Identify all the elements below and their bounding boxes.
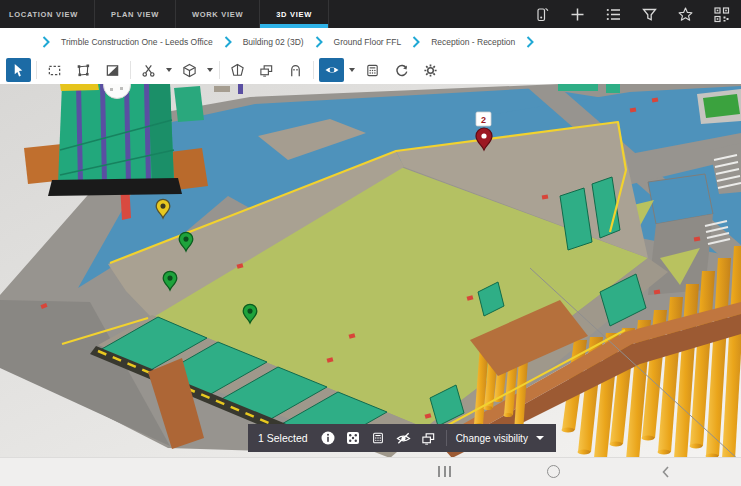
breadcrumb: Trimble Construction One - Leeds Office …: [0, 28, 741, 57]
chevron-right-icon: [315, 36, 323, 48]
tab-label: WORK VIEW: [192, 10, 243, 19]
viewer-toolbar: [0, 56, 741, 85]
section-cut-button[interactable]: [136, 58, 161, 82]
tab-3d-view[interactable]: 3D VIEW: [260, 0, 329, 28]
solid-mode-button[interactable]: [225, 58, 250, 82]
filter-icon[interactable]: [631, 0, 667, 28]
chevron-right-icon: [412, 36, 420, 48]
screens-icon[interactable]: [419, 424, 438, 452]
toolbar-divider: [313, 61, 314, 79]
tab-label: LOCATION VIEW: [9, 10, 78, 19]
tab-label: 3D VIEW: [276, 10, 312, 19]
tab-label: PLAN VIEW: [111, 10, 159, 19]
calculator-icon[interactable]: [369, 424, 388, 452]
chevron-right-icon: [42, 36, 50, 48]
visibility-dropdown-caret[interactable]: [349, 68, 355, 72]
marquee-select-button[interactable]: [42, 58, 67, 82]
favorite-star-icon[interactable]: [667, 0, 703, 28]
settings-gear-button[interactable]: [418, 58, 443, 82]
breadcrumb-item-floor[interactable]: Ground Floor FFL: [334, 37, 402, 47]
breadcrumb-item-project[interactable]: Trimble Construction One - Leeds Office: [61, 37, 213, 47]
toolbar-divider: [130, 61, 131, 79]
selection-bar: 1 Selected Change visibility: [248, 424, 556, 452]
pin-badge-count: 2: [481, 115, 486, 125]
tab-location-view[interactable]: LOCATION VIEW: [0, 0, 95, 28]
back-icon[interactable]: [659, 465, 673, 479]
recents-icon[interactable]: [438, 466, 451, 477]
toolbar-divider: [36, 61, 37, 79]
breadcrumb-item-building[interactable]: Building 02 (3D): [243, 37, 304, 47]
section-cut-dropdown-caret[interactable]: [166, 68, 172, 72]
toolbar-divider: [219, 61, 220, 79]
select-cursor-button[interactable]: [6, 58, 31, 82]
visibility-eye-button[interactable]: [319, 58, 344, 82]
hide-eye-icon[interactable]: [394, 424, 413, 452]
header-actions: [523, 0, 741, 28]
ghost-mode-button[interactable]: [283, 58, 308, 82]
screens-button[interactable]: [254, 58, 279, 82]
chevron-right-icon: [224, 36, 232, 48]
tab-work-view[interactable]: WORK VIEW: [176, 0, 260, 28]
selection-bar-divider: [446, 430, 447, 446]
refresh-button[interactable]: [389, 58, 414, 82]
top-tab-bar: LOCATION VIEW PLAN VIEW WORK VIEW 3D VIE…: [0, 0, 741, 28]
os-navigation-bar: [0, 457, 741, 486]
invert-selection-button[interactable]: [100, 58, 125, 82]
calculator-button[interactable]: [360, 58, 385, 82]
app-window: LOCATION VIEW PLAN VIEW WORK VIEW 3D VIE…: [0, 0, 741, 486]
change-visibility-caret[interactable]: [536, 436, 544, 440]
tab-plan-view[interactable]: PLAN VIEW: [95, 0, 176, 28]
change-visibility-button[interactable]: Change visibility: [456, 433, 528, 444]
fit-view-icon[interactable]: [344, 424, 363, 452]
3d-viewport[interactable]: 2: [0, 84, 741, 458]
selection-count: 1 Selected: [258, 432, 308, 444]
list-icon[interactable]: [595, 0, 631, 28]
polygon-select-button[interactable]: [71, 58, 96, 82]
view-cube-dropdown-caret[interactable]: [207, 68, 213, 72]
breadcrumb-item-room[interactable]: Reception - Reception: [431, 37, 515, 47]
qr-code-icon[interactable]: [703, 0, 739, 28]
scanner-icon[interactable]: [523, 0, 559, 28]
chevron-right-icon: [526, 36, 534, 48]
view-cube-button[interactable]: [177, 58, 202, 82]
info-icon[interactable]: [319, 424, 338, 452]
home-icon[interactable]: [547, 465, 560, 478]
add-icon[interactable]: [559, 0, 595, 28]
